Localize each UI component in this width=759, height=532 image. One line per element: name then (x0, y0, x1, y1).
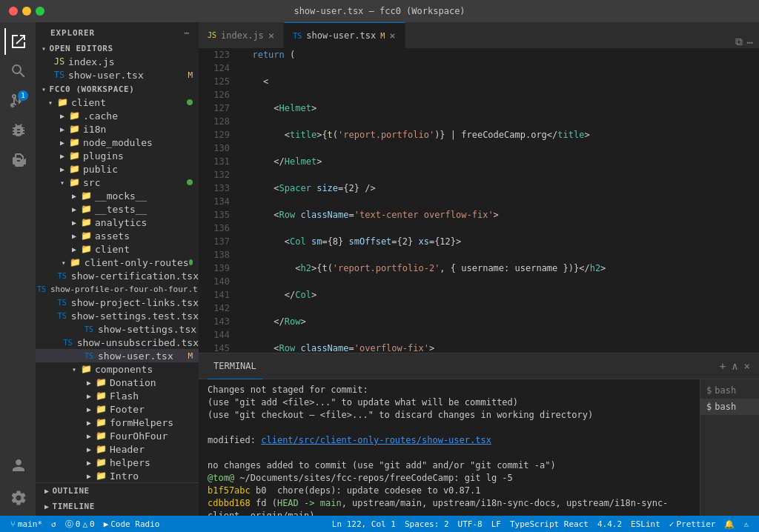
source-control-activity-icon[interactable]: 1 (4, 87, 31, 114)
terminal-line: Changes not staged for commit: (208, 384, 691, 396)
close-terminal-icon[interactable]: × (744, 360, 750, 372)
mocks-folder[interactable]: ▶ 📁 __mocks__ (36, 189, 199, 202)
fh-label: formHelpers (110, 417, 173, 428)
formhelpers-folder[interactable]: ▶ 📁 formHelpers (36, 416, 199, 429)
cache-folder[interactable]: ▶ 📁 .cache (36, 109, 199, 122)
more-actions-icon[interactable]: ⋯ (747, 36, 753, 48)
public-folder[interactable]: ▶ 📁 public (36, 162, 199, 176)
branch-status[interactable]: ⑂ main* (6, 516, 47, 532)
timeline-section[interactable]: ▶ TIMELINE (36, 499, 199, 514)
cache-label: .cache (83, 110, 118, 122)
plugins-label: plugins (83, 150, 124, 162)
modified-badge: M (188, 70, 193, 80)
assets-folder[interactable]: ▶ 📁 assets (36, 229, 199, 242)
code-content[interactable]: return ( < <Helmet> <title>{t('report.po… (236, 48, 749, 353)
client-folder[interactable]: ▾ 📁 client (36, 96, 199, 109)
folder-arrow: ▾ (44, 96, 56, 108)
src-badge (187, 179, 193, 185)
flash-folder[interactable]: ▶ 📁 Flash (36, 389, 199, 402)
tab-index-icon: JS (208, 31, 216, 39)
settings-activity-icon[interactable] (4, 485, 31, 511)
tests-icon: 📁 (80, 203, 92, 215)
show-settings-file[interactable]: TS show-settings.tsx (36, 322, 199, 336)
minimize-button[interactable] (22, 7, 31, 16)
cursor-position[interactable]: Ln 122, Col 1 (328, 516, 400, 532)
radio-status[interactable]: ▶ Code Radio (99, 516, 165, 532)
open-editors-section[interactable]: ▾ OPEN EDITORS (36, 41, 199, 55)
plugins-folder[interactable]: ▶ 📁 plugins (36, 149, 199, 162)
terminal-header: TERMINAL + ∧ × (199, 353, 759, 379)
indentation-status[interactable]: Spaces: 2 (400, 516, 454, 532)
terminal-bash-tab-1[interactable]: $ bash (700, 382, 759, 399)
add-terminal-icon[interactable]: + (720, 360, 726, 372)
tab-show-user[interactable]: TS show-user.tsx M × (284, 22, 405, 48)
footer-folder[interactable]: ▶ 📁 Footer (36, 402, 199, 416)
footer-icon: 📁 (95, 403, 107, 415)
tests-folder[interactable]: ▶ 📁 __tests__ (36, 202, 199, 216)
show-unsub-file[interactable]: TS show-unsubscribed.tsx (36, 336, 199, 349)
radio-label: Code Radio (110, 519, 159, 529)
explorer-icon[interactable] (4, 28, 31, 55)
show-cert-file[interactable]: TS show-certification.tsx (36, 269, 199, 282)
encoding-status[interactable]: UTF-8 (454, 516, 487, 532)
fof-arrow: ▶ (83, 430, 95, 442)
prettier-status[interactable]: ✓ Prettier (665, 516, 720, 532)
show-profile-file[interactable]: TS show-profile-or-four-oh-four.t... (36, 282, 199, 296)
source-control-badge: 1 (18, 90, 28, 101)
eol-status[interactable]: LF (487, 516, 506, 532)
node-modules-folder[interactable]: ▶ 📁 node_modules (36, 136, 199, 149)
show-project-file[interactable]: TS show-project-links.tsx (36, 296, 199, 309)
errors-status[interactable]: ⓪ 0 △ 0 (61, 516, 99, 532)
account-activity-icon[interactable] (4, 452, 31, 479)
intro-folder[interactable]: ▶ 📁 Intro (36, 469, 199, 482)
open-editor-index-js[interactable]: JS index.js (36, 55, 199, 68)
open-editor-show-user[interactable]: TS show-user.tsx M (36, 68, 199, 82)
components-folder[interactable]: ▾ 📁 components (36, 362, 199, 376)
public-label: public (83, 164, 118, 175)
fh-icon: 📁 (95, 416, 107, 428)
sidebar: EXPLORER ⋯ ▾ OPEN EDITORS JS index.js TS… (36, 22, 199, 516)
eslint-status[interactable]: ESLint (626, 516, 665, 532)
cor-icon: 📁 (70, 256, 82, 268)
terminal-line: @tom@ ~/Documents/sites/fcc-repos/freeCo… (208, 472, 691, 485)
outline-section[interactable]: ▶ OUTLINE (36, 483, 199, 499)
src-folder[interactable]: ▾ 📁 src (36, 176, 199, 189)
ts-version-status[interactable]: 4.4.2 (593, 516, 626, 532)
show-settings-test-file[interactable]: TS show-settings.test.tsx (36, 309, 199, 322)
terminal-main[interactable]: Changes not staged for commit: (use "git… (199, 379, 700, 516)
error-count: 0 (76, 519, 81, 529)
tab-index-js[interactable]: JS index.js × (199, 22, 284, 48)
notifications-status[interactable]: 🔔 (720, 516, 739, 532)
terminal-bash-tab-2[interactable]: $ bash (700, 399, 759, 415)
client-only-routes-folder[interactable]: ▾ 📁 client-only-routes (36, 256, 199, 269)
feedback-status[interactable]: ⚠ (739, 516, 753, 532)
debug-activity-icon[interactable] (4, 117, 31, 144)
maximize-terminal-icon[interactable]: ∧ (732, 360, 738, 372)
new-file-icon[interactable]: ⋯ (184, 28, 190, 38)
header-folder[interactable]: ▶ 📁 Header (36, 442, 199, 456)
analytics-folder[interactable]: ▶ 📁 analytics (36, 216, 199, 229)
show-cert-label: show-certification.tsx (71, 270, 199, 282)
helpers-folder[interactable]: ▶ 📁 helpers (36, 456, 199, 469)
terminal-tab[interactable]: TERMINAL (208, 353, 262, 379)
workspace-section[interactable]: ▾ FCC0 (WORKSPACE) (36, 82, 199, 96)
public-icon: 📁 (68, 163, 80, 175)
tab-index-close[interactable]: × (268, 30, 274, 41)
search-activity-icon[interactable] (4, 58, 31, 84)
split-editor-icon[interactable]: ⧉ (735, 36, 743, 48)
fourohfour-folder[interactable]: ▶ 📁 FourOhFour (36, 429, 199, 442)
extensions-activity-icon[interactable] (4, 147, 31, 173)
i18n-folder[interactable]: ▶ 📁 i18n (36, 122, 199, 136)
tab-user-close[interactable]: × (389, 30, 395, 41)
maximize-button[interactable] (36, 7, 44, 16)
sync-status[interactable]: ↺ (47, 516, 61, 532)
client-sub-folder[interactable]: ▶ 📁 client (36, 242, 199, 256)
tsx-cert-icon: TS (56, 270, 68, 282)
language-status[interactable]: TypeScript React (506, 516, 593, 532)
nm-icon: 📁 (68, 136, 80, 148)
show-user-file[interactable]: TS show-user.tsx M (36, 349, 199, 362)
sidebar-content: ▾ OPEN EDITORS JS index.js TS show-user.… (36, 41, 199, 516)
donation-folder[interactable]: ▶ 📁 Donation (36, 376, 199, 389)
close-button[interactable] (9, 7, 18, 16)
i18n-icon: 📁 (68, 123, 80, 135)
